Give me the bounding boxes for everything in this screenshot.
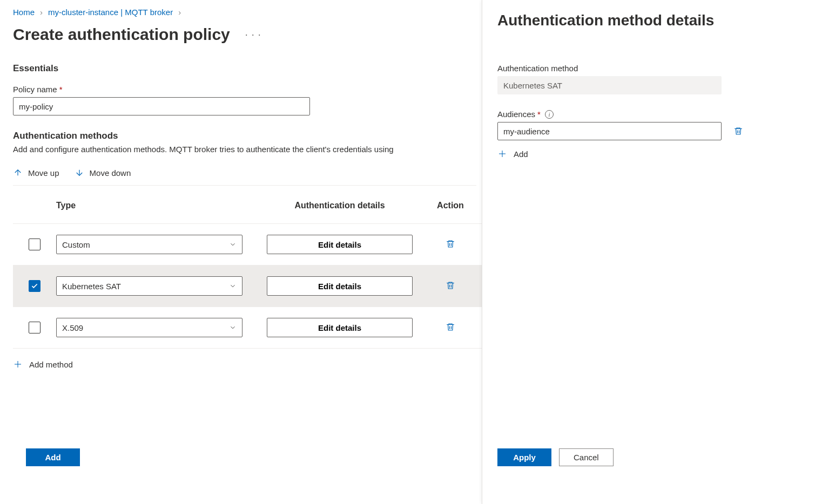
add-button[interactable]: Add	[26, 448, 80, 466]
type-select[interactable]: Custom	[56, 235, 242, 254]
auth-methods-table: Type Authentication details Action Custo…	[13, 186, 482, 349]
info-icon[interactable]: i	[545, 110, 554, 119]
trash-icon	[446, 280, 455, 291]
row-checkbox[interactable]	[29, 322, 41, 333]
col-details: Authentication details	[256, 201, 423, 210]
panel-title: Authentication method details	[497, 12, 807, 29]
audience-input[interactable]	[497, 122, 722, 140]
delete-audience-button[interactable]	[733, 126, 743, 137]
edit-details-button[interactable]: Edit details	[267, 235, 413, 254]
col-type: Type	[56, 201, 256, 210]
move-up-button[interactable]: Move up	[13, 168, 59, 178]
table-row: X.509 Edit details	[13, 307, 482, 349]
cancel-button[interactable]: Cancel	[559, 448, 614, 466]
apply-button[interactable]: Apply	[497, 448, 551, 466]
table-row: Kubernetes SAT Edit details	[13, 265, 482, 307]
chevron-down-icon	[229, 324, 237, 331]
trash-icon	[446, 322, 455, 332]
chevron-right-icon: ›	[40, 8, 43, 17]
plus-icon	[497, 149, 507, 159]
breadcrumb-cluster[interactable]: my-cluster-instance | MQTT broker	[48, 8, 173, 17]
col-action: Action	[423, 201, 477, 210]
page-title: Create authentication policy	[13, 25, 230, 44]
table-header: Type Authentication details Action	[13, 186, 482, 224]
auth-method-input	[497, 76, 722, 94]
type-select[interactable]: Kubernetes SAT	[56, 276, 242, 296]
row-checkbox[interactable]	[29, 239, 41, 250]
plus-icon	[13, 359, 23, 369]
breadcrumb: Home › my-cluster-instance | MQTT broker…	[13, 8, 482, 17]
trash-icon	[733, 126, 743, 137]
type-select[interactable]: X.509	[56, 318, 242, 337]
auth-methods-heading: Authentication methods	[13, 131, 482, 141]
arrow-down-icon	[75, 168, 84, 178]
auth-method-label: Authentication method	[497, 64, 807, 73]
essentials-heading: Essentials	[13, 63, 482, 74]
breadcrumb-home[interactable]: Home	[13, 8, 35, 17]
arrow-up-icon	[13, 168, 23, 178]
trash-icon	[446, 239, 455, 249]
more-actions-button[interactable]: · · ·	[242, 27, 265, 43]
row-checkbox[interactable]	[29, 280, 41, 292]
add-method-button[interactable]: Add method	[13, 349, 482, 380]
policy-name-input[interactable]	[13, 97, 310, 115]
chevron-down-icon	[229, 282, 237, 290]
edit-details-button[interactable]: Edit details	[267, 276, 413, 296]
delete-row-button[interactable]	[423, 322, 477, 332]
auth-methods-description: Add and configure authentication methods…	[13, 145, 482, 154]
audiences-label: Audiences* i	[497, 110, 807, 119]
delete-row-button[interactable]	[423, 280, 477, 291]
table-row: Custom Edit details	[13, 224, 482, 265]
delete-row-button[interactable]	[423, 239, 477, 249]
chevron-right-icon: ›	[178, 8, 181, 17]
details-panel: Authentication method details Authentica…	[482, 0, 822, 504]
move-down-button[interactable]: Move down	[75, 168, 131, 178]
add-audience-button[interactable]: Add	[497, 149, 807, 159]
edit-details-button[interactable]: Edit details	[267, 318, 413, 337]
chevron-down-icon	[229, 241, 237, 248]
policy-name-label: Policy name*	[13, 85, 482, 94]
